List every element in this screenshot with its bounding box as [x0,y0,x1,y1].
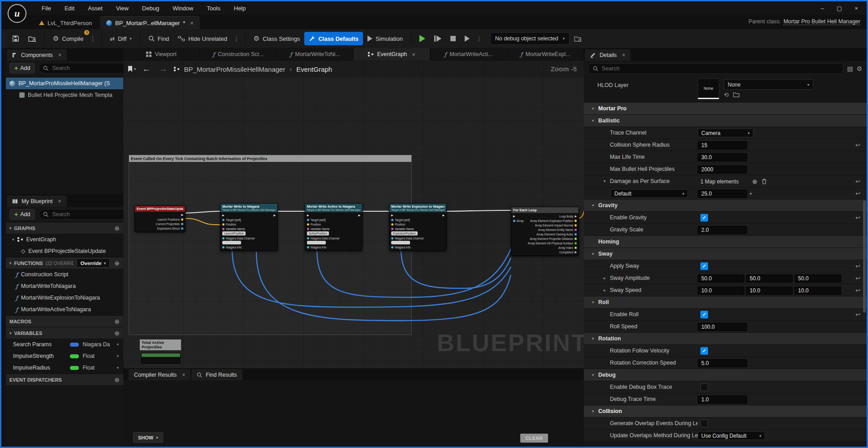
node-pin-row[interactable]: ▶ Array Array Element Explosion Position… [511,218,579,223]
details-row[interactable]: Enable Roll Enable Roll Enable Roll▾ ▾ ▾ [584,309,867,321]
node-pin-row[interactable]: ▶ Array Element Impact Normal ▶ [511,223,579,227]
exec-out-pin-icon[interactable]: ▶ [358,214,360,217]
details-row[interactable]: Update Overlaps Method During Level Stre… [584,430,867,442]
minimize-button[interactable]: – [815,3,830,13]
results-tab[interactable]: Find Results × [191,369,242,380]
exec-in-pin-icon[interactable]: ▶ [513,215,515,217]
graph-tab[interactable]: ƒ MortarWriteActi... × [430,48,507,61]
add-component-button[interactable]: + Add [9,63,35,74]
breadcrumb-root[interactable]: BP_MortarProMissileHellManager [184,65,285,73]
event-node-item[interactable]: ◇ Event BPProjectileStateUpdate [6,245,123,257]
details-row[interactable]: ▾ Damage as Per Surface Damage as Per Su… [584,175,867,187]
input-pin-icon[interactable] [391,219,393,221]
node-header[interactable]: Mortar Write Active to Niagara Target is… [305,204,362,212]
node-pin-row[interactable]: ▶ Array Index ▶ [511,245,579,250]
node-pin-row[interactable]: ▶ Variable Name ▶ [220,226,277,231]
reset-to-default-icon[interactable]: ↩ [855,275,860,282]
parent-class-link[interactable]: Mortar Pro Bullet Hell Manager [783,18,860,25]
reset-to-default-icon[interactable]: ↩ [855,287,860,294]
node-pin-row[interactable]: ▶ Niagara Info ▶ [305,245,362,249]
vector-component-input[interactable]: 50.0 [746,274,793,283]
node-header[interactable]: Mortar Write Explosion to Niagara Target… [389,204,446,212]
node-header[interactable]: For Each Loop [511,207,579,213]
exec-out-pin-icon[interactable]: ▶ [273,214,276,217]
component-tree-item[interactable]: Bullet Hell Projectile Mesh Templa [6,89,123,101]
value-caret-icon[interactable]: ▾ [750,191,752,196]
details-row[interactable]: Enable Gravity Enable Gravity Enable Gra… [584,212,867,224]
eventgraph-item[interactable]: ▾ EventGraph [6,234,123,245]
close-tab-icon[interactable]: × [58,52,61,58]
details-row[interactable]: Rotation Correction Speed Rotation Corre… [584,357,867,369]
find-button[interactable]: Find [144,32,173,45]
pin-text-input[interactable] [222,241,241,244]
debug-browse-button[interactable] [570,32,587,45]
menu-item[interactable]: Help [229,3,251,13]
reset-to-default-icon[interactable]: ↩ [855,263,860,270]
node-pin-row[interactable]: ▶ Launch Positions ▶ [135,217,185,222]
details-row[interactable]: Homing Homing Homing▾ ▾ ▾ [584,236,867,248]
details-row[interactable]: Default Default Default▾ ▾ 25.0 ▾ [584,187,867,200]
reset-to-default-icon[interactable]: ↩ [855,178,860,185]
input-pin-icon[interactable] [222,228,225,230]
node-pin-row[interactable]: ▶ ▶ [220,213,277,217]
exec-out-pin-icon[interactable]: ▶ [574,215,577,217]
details-row[interactable]: Apply Sway Apply Sway Apply Sway▾ ▾ ▾ [584,260,867,272]
close-tab-icon[interactable]: × [58,198,61,204]
value-input[interactable]: 1.0 [698,396,747,404]
node-pin-row[interactable]: ▶ Variable Name ▶ [305,226,362,231]
output-pin-icon[interactable] [574,224,577,226]
add-macro-icon[interactable]: ⊕ [114,318,120,325]
details-row[interactable]: Roll Speed Roll Speed Roll Speed▾ ▾ 100.… [584,321,867,333]
details-row[interactable]: ▾ Rotation Rotation Rotation▾ ▾ ▾ [584,333,867,345]
input-pin-icon[interactable] [513,220,515,222]
pin-text-input[interactable]: ActivePosition [307,231,329,235]
use-selected-asset-icon[interactable]: ⟲ [724,91,729,98]
class-settings-button[interactable]: ⚙ Class Settings [249,32,305,45]
node-pin-row[interactable]: ▶ ActivePosition ▶ [305,231,362,236]
input-pin-icon[interactable] [391,246,393,248]
node-pin-row[interactable]: ▶ ExplosionPosition ▶ [389,231,446,236]
debug-object-dropdown[interactable]: No debug object selected▾ [490,32,570,45]
macros-section-header[interactable]: MACROS ⊕ [6,315,123,327]
node-pin-row[interactable]: ▶ Array Element Projectile Distance ▶ [511,236,579,241]
value-input[interactable]: 25.0 [698,190,747,198]
value-input[interactable]: 5.0 [698,359,747,367]
expander-arrow-icon[interactable]: ▾ [592,203,598,208]
close-tab-icon[interactable]: × [190,20,194,26]
variable-row[interactable]: Search Params Niagara Da ▾ [6,339,123,350]
collapse-arrow-icon[interactable]: ▾ [12,237,14,242]
class-defaults-button[interactable]: Class Defaults [304,32,363,45]
chevron-down-icon[interactable]: ▾ [117,342,119,347]
output-pin-icon[interactable] [181,223,183,225]
graphs-section-header[interactable]: ▾ GRAPHS ⊕ [6,222,123,234]
add-variable-icon[interactable]: ⊕ [114,330,120,337]
collapse-arrow-icon[interactable]: ▾ [9,331,12,335]
checkbox[interactable]: ✓ [700,311,708,318]
collapse-arrow-icon[interactable]: ▾ [9,261,12,265]
details-row[interactable]: Generate Overlap Events During Level Str… [584,418,867,430]
maximize-button[interactable]: ▢ [832,3,847,13]
pin-text-input[interactable]: LaunchPosition [222,231,246,235]
details-row[interactable]: Trace Channel Trace Channel Trace Channe… [584,127,867,139]
function-item[interactable]: ƒ MortarWriteActiveToNiagara [6,304,123,315]
menu-item[interactable]: Tools [201,3,225,13]
node-pin-row[interactable]: ▶ Completed ▶ [511,250,579,254]
details-row[interactable]: Max Bullet Hell Projectiles Max Bullet H… [584,163,867,175]
small-comment-title[interactable]: Total Active Projectiles [140,339,181,350]
node-pin-row[interactable]: ▶ Array Element Entity Name ▶ [511,227,579,232]
bookmark-button[interactable]: ▾ [128,66,136,72]
blueprint-node[interactable]: Mortar Write Explosion to Niagara Target… [389,203,447,251]
node-pin-row[interactable]: ▶ Loop Body ▶ [511,214,579,218]
node-pin-row[interactable]: ▶ Variable Name ▶ [389,226,446,231]
exec-in-pin-icon[interactable]: ▶ [307,214,309,217]
results-tab[interactable]: Compiler Results × [129,369,190,380]
add-graph-icon[interactable]: ⊕ [114,225,120,232]
document-tab[interactable]: LvL_ThirdPerson × [33,17,98,29]
vector-component-input[interactable]: 50.0 [698,274,744,283]
node-header[interactable]: Mortar Write to Niagara Target is BP Mor… [220,204,277,212]
add-blueprint-item-button[interactable]: + Add [9,209,35,220]
details-row[interactable]: Gravity Scale Gravity Scale Gravity Scal… [584,224,867,236]
graph-tab[interactable]: ƒ MortarWriteExpl... × [507,48,584,61]
node-pin-row[interactable]: ▶ Niagara Info ▶ [220,245,277,249]
exec-in-pin-icon[interactable]: ▶ [391,214,393,217]
